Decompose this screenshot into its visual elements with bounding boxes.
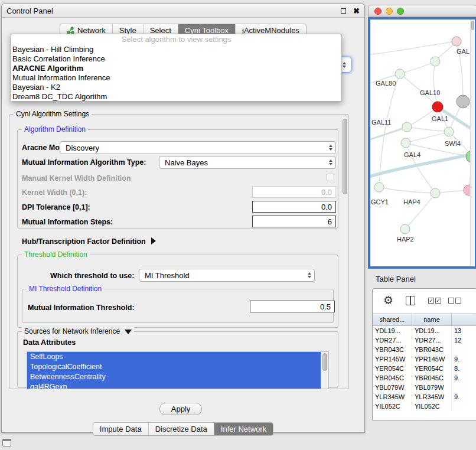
hub-section-label: Hub/Transcription Factor Definition: [22, 237, 146, 246]
settings-scrollbar-track[interactable]: [341, 117, 348, 386]
network-scrollbar-track[interactable]: [470, 19, 475, 266]
network-node-selected[interactable]: [432, 102, 443, 112]
table-row[interactable]: YBR043C YBR043C: [373, 345, 476, 354]
close-traffic-light[interactable]: [374, 8, 382, 15]
tab-infer-network-label: Infer Network: [221, 425, 266, 433]
combo-arrows-icon: [329, 156, 332, 168]
network-node[interactable]: [431, 188, 440, 198]
network-node[interactable]: [402, 122, 412, 132]
attributes-scrollbar-thumb[interactable]: [322, 353, 327, 371]
table-row[interactable]: YDR27... YDR27... 12: [373, 335, 476, 345]
mi-threshold-field[interactable]: [250, 301, 335, 312]
mi-steps-field[interactable]: [252, 216, 336, 227]
float-window-icon[interactable]: [341, 8, 346, 14]
aracne-mode-combo[interactable]: Discovery: [60, 141, 336, 154]
network-node-labels: GAL GAL80 GAL10 GAL11 GAL1 SWI4 GAL4 GCY…: [371, 48, 475, 243]
sources-title[interactable]: Sources for Network Inference: [22, 327, 134, 335]
tab-discretize-data[interactable]: Discretize Data: [148, 423, 214, 435]
column-header[interactable]: name: [412, 314, 452, 325]
apply-button[interactable]: Apply: [159, 403, 202, 415]
network-nodes[interactable]: [374, 37, 475, 234]
attributes-scrollbar-track[interactable]: [321, 352, 328, 389]
list-item-selected[interactable]: SelfLoops: [27, 352, 321, 362]
dpi-tolerance-field[interactable]: [252, 201, 336, 213]
hub-section-toggle[interactable]: Hub/Transcription Factor Definition: [22, 237, 156, 246]
tab-infer-network[interactable]: Infer Network: [214, 423, 273, 435]
table-body: YDL19... YDL19... 13 YDR27... YDR27... 1…: [373, 326, 476, 411]
table-row[interactable]: YDL19... YDL19... 13: [373, 326, 476, 335]
threshold-definition-title: Threshold Definition: [22, 250, 90, 259]
column-header[interactable]: [452, 314, 476, 325]
control-panel-titlebar: Control Panel ✖: [2, 4, 364, 18]
mi-threshold-label: Mutual Information Threshold:: [28, 304, 135, 312]
svg-text:HAP2: HAP2: [397, 236, 414, 243]
dropdown-item[interactable]: Dream8 DC_TDC Algorithm: [11, 92, 341, 102]
minimized-panel-icon[interactable]: [2, 439, 11, 446]
control-panel-title: Control Panel: [6, 6, 53, 15]
dropdown-item[interactable]: Mutual Information Inference: [11, 73, 341, 83]
cell: YPR145W: [373, 354, 412, 364]
deselect-all-checks-icon[interactable]: [448, 298, 461, 304]
cell: YIL052C: [373, 402, 412, 411]
data-attributes-list[interactable]: SelfLoops TopologicalCoefficient Between…: [27, 351, 329, 389]
network-node[interactable]: [374, 182, 384, 192]
aracne-mode-value: Discovery: [66, 144, 99, 152]
cell: YLR345W: [412, 392, 452, 402]
algorithm-definition-title: Algorithm Definition: [22, 125, 88, 133]
column-header[interactable]: shared...: [373, 314, 412, 325]
network-node[interactable]: [400, 224, 410, 234]
network-node[interactable]: [444, 127, 454, 136]
table-toolbar: ⚙ ✓✓: [373, 289, 476, 314]
network-scrollbar-thumb[interactable]: [471, 21, 474, 30]
cell: YBR045C: [412, 373, 452, 383]
combo-arrows-icon: [329, 142, 332, 154]
network-node[interactable]: [457, 95, 470, 108]
cell: YBR043C: [373, 345, 412, 354]
tab-impute-data[interactable]: Impute Data: [93, 423, 148, 435]
network-node[interactable]: [395, 69, 405, 79]
data-attributes-label: Data Attributes: [23, 338, 76, 347]
cell: YDR27...: [412, 335, 452, 345]
mi-type-combo[interactable]: Naive Bayes: [159, 156, 336, 169]
dropdown-item[interactable]: Bayesian - K2: [11, 83, 341, 92]
network-canvas-frame: GAL GAL80 GAL10 GAL11 GAL1 SWI4 GAL4 GCY…: [368, 17, 476, 269]
cell: YPR145W: [412, 354, 452, 364]
table-header-row: shared... name: [373, 314, 476, 326]
cell: 9.: [452, 373, 476, 383]
network-canvas[interactable]: GAL GAL80 GAL10 GAL11 GAL1 SWI4 GAL4 GCY…: [370, 19, 475, 266]
zoom-traffic-light[interactable]: [397, 8, 404, 15]
cell: 13: [452, 326, 476, 335]
table-row[interactable]: YIL052C YIL052C: [373, 402, 476, 411]
network-window-titlebar[interactable]: [368, 5, 476, 17]
dropdown-item[interactable]: Basic Correlation Inference: [11, 54, 341, 64]
cell: YIL052C: [412, 402, 452, 411]
network-node[interactable]: [401, 138, 410, 148]
select-all-checks-icon[interactable]: ✓✓: [428, 298, 441, 304]
table-row[interactable]: YPR145W YPR145W 9.: [373, 354, 476, 364]
manual-kernel-checkbox[interactable]: [327, 174, 334, 181]
which-threshold-combo[interactable]: MI Threshold: [139, 269, 315, 282]
tab-discretize-data-label: Discretize Data: [155, 425, 207, 433]
dropdown-placeholder: Select algorithm to view settings: [11, 34, 341, 45]
cell: 9.: [452, 354, 476, 364]
table-row[interactable]: YER054C YER054C 8.: [373, 364, 476, 373]
dropdown-item[interactable]: Bayesian - Hill Climbing: [11, 45, 341, 54]
list-item-selected[interactable]: BetweennessCentrality: [27, 372, 321, 382]
dropdown-item-selected[interactable]: ARACNE Algorithm: [11, 64, 341, 73]
columns-icon[interactable]: [406, 296, 415, 305]
table-row[interactable]: YBR045C YBR045C 9.: [373, 373, 476, 383]
svg-text:HAP4: HAP4: [403, 198, 420, 206]
list-item-selected[interactable]: gal4RGexp: [27, 382, 321, 389]
close-icon[interactable]: ✖: [353, 7, 360, 15]
minimize-traffic-light[interactable]: [386, 8, 393, 15]
mi-type-value: Naive Bayes: [165, 158, 208, 167]
list-item-selected[interactable]: TopologicalCoefficient: [27, 362, 321, 372]
settings-scrollbar-thumb[interactable]: [343, 119, 347, 194]
mi-type-label: Mutual Information Algorithm Type:: [22, 158, 146, 167]
network-node[interactable]: [452, 37, 461, 46]
gear-icon[interactable]: ⚙: [383, 294, 393, 307]
kernel-width-field[interactable]: [252, 186, 336, 198]
table-row[interactable]: YBL079W YBL079W: [373, 383, 476, 392]
network-node[interactable]: [431, 57, 440, 66]
table-row[interactable]: YLR345W YLR345W 9.: [373, 392, 476, 402]
